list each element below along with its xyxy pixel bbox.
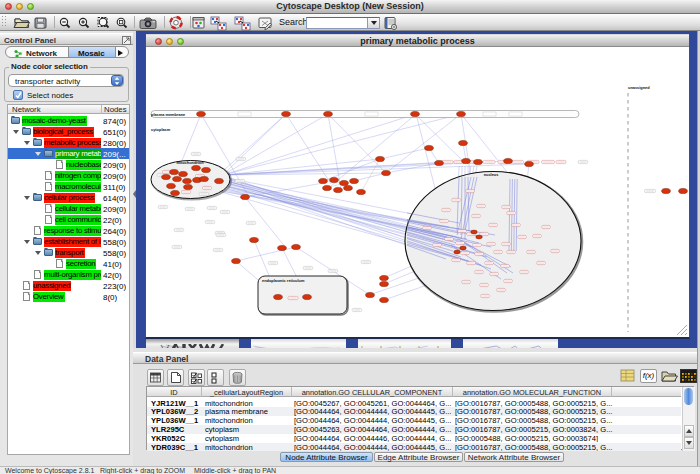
svg-text:unassigned: unassigned (628, 85, 650, 90)
svg-text:endoplasmic reticulum: endoplasmic reticulum (262, 278, 305, 283)
svg-text:mitochondrion: mitochondrion (176, 160, 204, 165)
svg-text:nucleus: nucleus (484, 172, 499, 177)
svg-text:cytoplasm: cytoplasm (151, 127, 171, 132)
svg-text:plasma membrane: plasma membrane (151, 112, 186, 117)
